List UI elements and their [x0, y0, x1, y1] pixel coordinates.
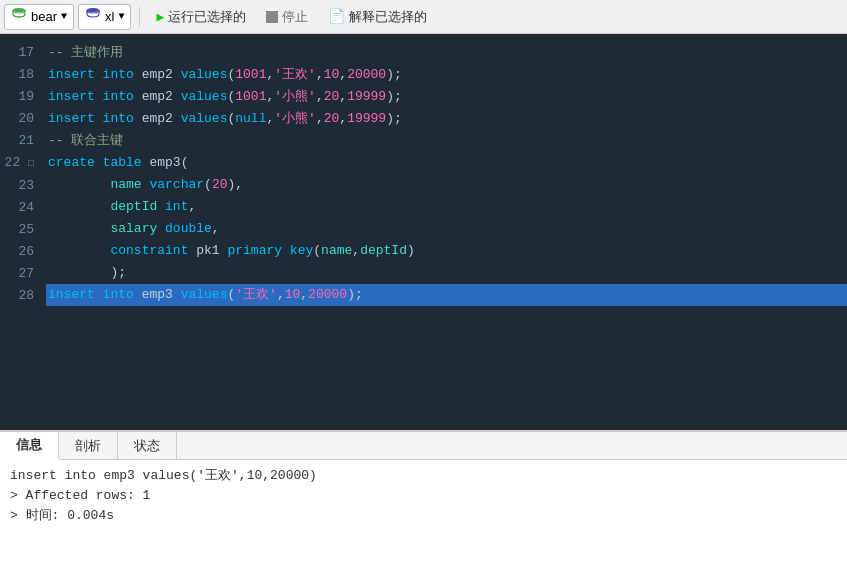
schema-dropdown-icon: ▼ [118, 11, 124, 22]
output-line-1: insert into emp3 values('王欢',10,20000) [10, 466, 837, 486]
run-button[interactable]: ▶ 运行已选择的 [148, 5, 254, 29]
db-dropdown-icon: ▼ [61, 11, 67, 22]
tab-info-label: 信息 [16, 436, 42, 454]
toolbar-divider-1 [139, 7, 140, 27]
line-num-28: 28 [0, 285, 34, 307]
code-line-24: deptId int, [46, 196, 847, 218]
schema-selector-label: xl [105, 9, 114, 24]
code-line-19: insert into emp2 values(1001,'小熊',20,199… [46, 86, 847, 108]
code-line-21: -- 联合主键 [46, 130, 847, 152]
output-area: insert into emp3 values('王欢',10,20000) >… [0, 460, 847, 566]
tabs-bar: 信息 剖析 状态 [0, 432, 847, 460]
output-line-2: > Affected rows: 1 [10, 486, 837, 506]
code-line-20: insert into emp2 values(null,'小熊',20,199… [46, 108, 847, 130]
code-area[interactable]: -- 主键作用 insert into emp2 values(1001,'王欢… [42, 34, 847, 430]
code-line-25: salary double, [46, 218, 847, 240]
db-selector-label: bear [31, 9, 57, 24]
explain-button[interactable]: 📄 解释已选择的 [320, 5, 435, 29]
line-num-17: 17 [0, 42, 34, 64]
editor: 17 18 19 20 21 22 □ 23 24 25 26 27 28 --… [0, 34, 847, 430]
code-line-17: -- 主键作用 [46, 42, 847, 64]
stop-icon [266, 11, 278, 23]
line-num-24: 24 [0, 197, 34, 219]
code-line-18: insert into emp2 values(1001,'王欢',10,200… [46, 64, 847, 86]
schema-icon [85, 6, 101, 27]
code-line-23: name varchar(20), [46, 174, 847, 196]
line-num-21: 21 [0, 130, 34, 152]
tab-info[interactable]: 信息 [0, 432, 59, 460]
line-num-22: 22 □ [0, 152, 34, 175]
tab-profile[interactable]: 剖析 [59, 432, 118, 459]
run-icon: ▶ [156, 9, 164, 25]
schema-selector[interactable]: xl ▼ [78, 4, 131, 30]
svg-point-1 [87, 8, 99, 12]
line-numbers: 17 18 19 20 21 22 □ 23 24 25 26 27 28 [0, 34, 42, 430]
code-line-26: constraint pk1 primary key(name,deptId) [46, 240, 847, 262]
stop-button[interactable]: 停止 [258, 5, 316, 29]
tab-status-label: 状态 [134, 437, 160, 455]
toolbar: bear ▼ xl ▼ ▶ 运行已选择的 停止 📄 解释已选择的 [0, 0, 847, 34]
line-num-18: 18 [0, 64, 34, 86]
explain-label: 解释已选择的 [349, 8, 427, 26]
line-num-19: 19 [0, 86, 34, 108]
stop-label: 停止 [282, 8, 308, 26]
output-line-3: > 时间: 0.004s [10, 506, 837, 526]
line-num-20: 20 [0, 108, 34, 130]
explain-icon: 📄 [328, 8, 345, 25]
code-line-22: create table emp3( [46, 152, 847, 174]
code-line-28[interactable]: insert into emp3 values('王欢',10,20000); [46, 284, 847, 306]
line-num-25: 25 [0, 219, 34, 241]
svg-point-0 [13, 8, 25, 12]
line-num-27: 27 [0, 263, 34, 285]
code-line-27: ); [46, 262, 847, 284]
tab-status[interactable]: 状态 [118, 432, 177, 459]
tab-profile-label: 剖析 [75, 437, 101, 455]
db-icon [11, 6, 27, 27]
line-num-23: 23 [0, 175, 34, 197]
line-num-26: 26 [0, 241, 34, 263]
db-selector[interactable]: bear ▼ [4, 4, 74, 30]
run-label: 运行已选择的 [168, 8, 246, 26]
bottom-panel: 信息 剖析 状态 insert into emp3 values('王欢',10… [0, 430, 847, 566]
